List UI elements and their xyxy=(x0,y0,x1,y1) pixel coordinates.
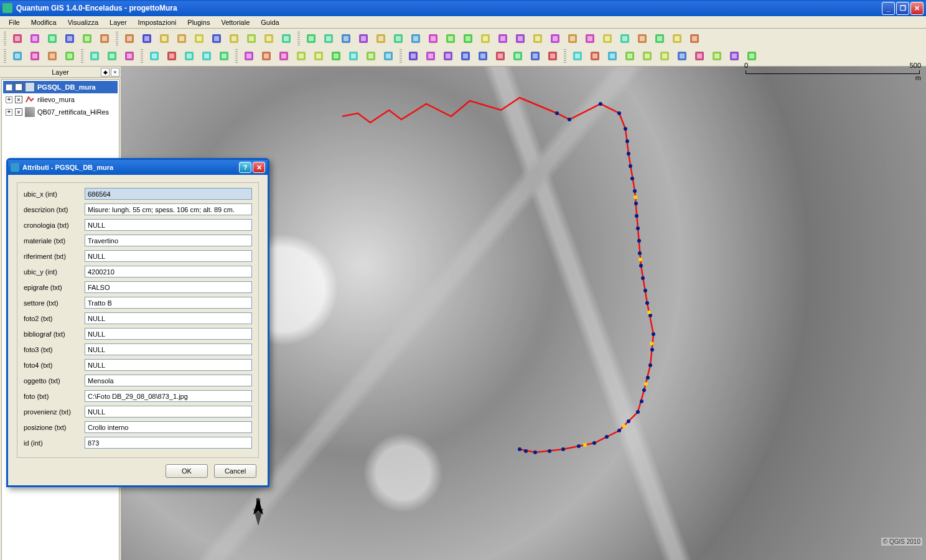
layer-item[interactable]: +×PGSQL_DB_mura xyxy=(3,81,118,93)
menu-view[interactable]: Visualizza xyxy=(63,17,103,27)
redo-button[interactable] xyxy=(570,49,585,63)
menu-edit[interactable]: Modifica xyxy=(26,17,62,27)
field-input[interactable] xyxy=(85,359,252,371)
rotate-button[interactable] xyxy=(493,49,508,63)
menu-plugins[interactable]: Plugins xyxy=(182,17,215,27)
new-shapefile-button[interactable] xyxy=(209,31,224,46)
field-input[interactable] xyxy=(85,250,252,262)
save-project-button[interactable] xyxy=(45,31,60,46)
layer-visibility-checkbox[interactable]: × xyxy=(15,83,22,91)
menu-settings[interactable]: Impostazioni xyxy=(133,17,182,27)
reshape-button[interactable] xyxy=(458,49,473,63)
zoom-next-button[interactable] xyxy=(346,49,361,63)
intersect-button[interactable] xyxy=(657,49,672,63)
field-input[interactable] xyxy=(85,343,252,355)
union-button[interactable] xyxy=(622,49,637,63)
field-input[interactable] xyxy=(85,266,252,278)
remove-layer-button[interactable] xyxy=(227,31,241,46)
cancel-button[interactable]: Cancel xyxy=(214,464,256,478)
field-input[interactable] xyxy=(85,188,252,200)
scale-bar-plugin-button[interactable] xyxy=(304,31,319,46)
sql-button[interactable] xyxy=(652,31,667,46)
expand-icon[interactable]: + xyxy=(6,96,12,103)
window-minimize-button[interactable]: _ xyxy=(882,2,895,15)
labels-button[interactable] xyxy=(122,49,137,63)
window-maximize-button[interactable]: ❐ xyxy=(896,2,909,15)
python-button[interactable] xyxy=(565,31,580,46)
field-input[interactable] xyxy=(85,203,252,215)
add-wms-button[interactable] xyxy=(174,31,189,46)
wfs-button[interactable] xyxy=(261,31,276,46)
add-raster-button[interactable] xyxy=(139,31,154,46)
field-input[interactable] xyxy=(85,219,252,231)
select-features-button[interactable] xyxy=(27,49,42,63)
print-composer-button[interactable] xyxy=(80,31,95,46)
dialog-close-button[interactable]: ✕ xyxy=(253,162,265,173)
plugin-1-button[interactable] xyxy=(461,31,475,46)
zoom-last-button[interactable] xyxy=(329,49,344,63)
refresh-button[interactable] xyxy=(363,49,378,63)
menu-vector[interactable]: Vettoriale xyxy=(216,17,255,27)
pencil-button[interactable] xyxy=(381,49,396,63)
field-input[interactable] xyxy=(85,406,252,418)
print-button[interactable] xyxy=(97,31,112,46)
d2-button[interactable] xyxy=(321,31,336,46)
field-input[interactable] xyxy=(85,297,252,309)
add-spatialite-button[interactable] xyxy=(192,31,207,46)
zoom-layer-button[interactable] xyxy=(311,49,326,63)
gps-button[interactable] xyxy=(443,31,458,46)
node-tool-button[interactable] xyxy=(406,49,421,63)
deselect-button[interactable] xyxy=(45,49,60,63)
layer-item[interactable]: +×rilievo_mura xyxy=(3,93,118,106)
dialog-help-button[interactable]: ? xyxy=(239,162,251,173)
menu-layer[interactable]: Layer xyxy=(105,17,132,27)
elephant-button[interactable] xyxy=(548,31,563,46)
ftools-button[interactable] xyxy=(356,31,371,46)
symmetrical-button[interactable] xyxy=(675,49,690,63)
north-arrow-plugin-button[interactable] xyxy=(426,31,441,46)
quick-print-button[interactable] xyxy=(339,31,353,46)
attribute-table-button[interactable] xyxy=(62,49,77,63)
split-button[interactable] xyxy=(475,49,490,63)
layer-props-button[interactable] xyxy=(105,49,119,63)
osm-button[interactable] xyxy=(478,31,493,46)
field-input[interactable] xyxy=(85,281,252,293)
rect-select-button[interactable] xyxy=(182,49,197,63)
select-button[interactable] xyxy=(687,31,702,46)
menu-help[interactable]: Guida xyxy=(256,17,284,27)
bookmarks-button[interactable] xyxy=(147,49,162,63)
open-table-button[interactable] xyxy=(87,49,102,63)
dialog-titlebar[interactable]: Attributi - PGSQL_DB_mura ? ✕ xyxy=(8,160,268,175)
layer-visibility-checkbox[interactable]: × xyxy=(15,108,22,116)
raster-calc-button[interactable] xyxy=(373,31,388,46)
ok-button[interactable]: OK xyxy=(166,464,208,478)
buffer-button[interactable] xyxy=(587,49,602,63)
simplify-button[interactable] xyxy=(510,49,525,63)
new-gpx-button[interactable] xyxy=(244,31,259,46)
copyright-button[interactable] xyxy=(279,31,294,46)
measure-area-button[interactable] xyxy=(217,49,232,63)
field-input[interactable] xyxy=(85,328,252,340)
save-as-button[interactable] xyxy=(62,31,77,46)
add-postgis-button[interactable] xyxy=(157,31,172,46)
dissolve-button[interactable] xyxy=(692,49,707,63)
metadata-button[interactable] xyxy=(408,31,423,46)
home-button[interactable] xyxy=(164,49,179,63)
field-input[interactable] xyxy=(85,235,252,246)
field-input[interactable] xyxy=(85,390,252,402)
expand-icon[interactable]: + xyxy=(6,109,12,116)
vertex-button[interactable] xyxy=(441,49,456,63)
add-ring-button[interactable] xyxy=(709,49,724,63)
layer-item[interactable]: +×QB07_rettificata_HiRes xyxy=(3,106,118,118)
layer-visibility-checkbox[interactable]: × xyxy=(15,96,22,103)
panel-close-button[interactable]: × xyxy=(111,68,119,77)
zoom-out-button[interactable] xyxy=(259,49,274,63)
pdf-button[interactable] xyxy=(495,31,510,46)
field-input[interactable] xyxy=(85,421,252,433)
window-close-button[interactable]: ✕ xyxy=(910,2,924,15)
measure-button[interactable] xyxy=(199,49,214,63)
identify-button[interactable] xyxy=(582,31,597,46)
plugin-manager-button[interactable] xyxy=(635,31,650,46)
menu-file[interactable]: File xyxy=(4,17,25,27)
zoom-in-button[interactable] xyxy=(241,49,256,63)
